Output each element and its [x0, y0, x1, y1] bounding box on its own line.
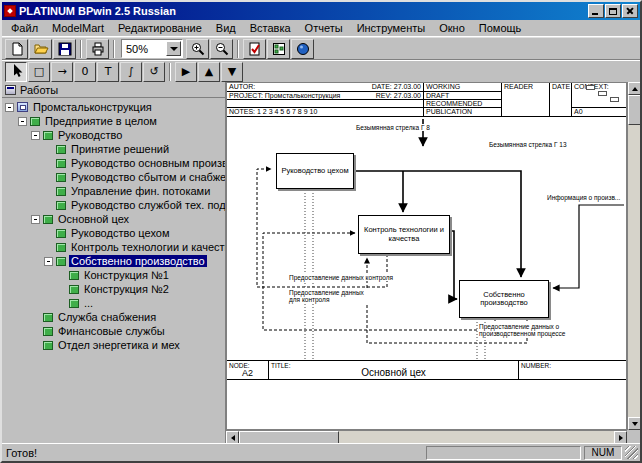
tree-expander-icon[interactable] — [18, 117, 27, 126]
tree-item[interactable]: Управление фин. потоками — [2, 184, 225, 198]
menu-item-help[interactable]: Помощь — [472, 21, 529, 35]
tree-item[interactable]: Конструкция №2 — [2, 282, 225, 296]
menu-item-tools[interactable]: Инструменты — [350, 21, 433, 35]
arrow-label[interactable]: Предоставление данных для контроля — [289, 289, 371, 303]
tree-item[interactable]: Руководство сбытом и снабжением — [2, 170, 225, 184]
tree-item-label: Отдел энергетика и мех — [56, 339, 182, 351]
modelmart-button[interactable] — [291, 39, 314, 59]
zoom-out-button[interactable] — [210, 39, 233, 59]
model-explorer-panel: Работы ПромстальконструкцияПредприятие в… — [2, 82, 226, 443]
maximize-button[interactable] — [605, 4, 621, 18]
arrow-label[interactable]: Предоставление данных контроля — [289, 274, 401, 281]
tree-expander-icon[interactable] — [31, 215, 40, 224]
scroll-up-button[interactable] — [628, 82, 640, 95]
tree-item[interactable]: Предприятие в целом — [2, 114, 225, 128]
squiggle-tool-button[interactable]: ∫ — [120, 62, 142, 82]
text-tool-button[interactable]: T — [97, 62, 119, 82]
title-bar[interactable]: PLATINUM BPwin 2.5 Russian — [2, 2, 640, 20]
tree-item[interactable]: Руководство основным производством — [2, 156, 225, 170]
close-button[interactable] — [622, 4, 638, 18]
works-icon — [5, 85, 16, 95]
tree-item[interactable]: Руководство — [2, 128, 225, 142]
node-value: A2 — [227, 368, 268, 378]
status-message: Готов! — [6, 447, 423, 459]
triangle-right-icon — [619, 435, 623, 441]
menu-item-edit[interactable]: Редактирование — [111, 21, 209, 35]
app-window: PLATINUM BPwin 2.5 Russian ФайлModelMart… — [0, 0, 642, 463]
activity-box-label: Руководство цехом — [281, 167, 348, 176]
menu-item-view[interactable]: Вид — [209, 21, 243, 35]
scroll-down-button[interactable] — [628, 417, 640, 430]
arrow-label[interactable]: Безымянная стрелка Г 13 — [489, 141, 573, 148]
tree-item[interactable]: ... — [2, 296, 225, 310]
menu-item-reports[interactable]: Отчеты — [298, 21, 350, 35]
tree-item[interactable]: Принятие решений — [2, 142, 225, 156]
zoom-select[interactable]: 50% — [121, 39, 183, 58]
tree-expander-icon[interactable] — [44, 257, 53, 266]
zoom-value: 50% — [122, 43, 166, 55]
print-button[interactable] — [86, 39, 109, 59]
menu-item-modelmart[interactable]: ModelMart — [45, 21, 111, 35]
menu-item-window[interactable]: Окно — [432, 21, 472, 35]
diagram-sheet[interactable]: AUTOR: DATE: 27.03.00 WORKING READER DAT… — [226, 82, 627, 430]
minimize-button[interactable] — [588, 4, 604, 18]
open-file-button[interactable] — [29, 39, 52, 59]
minimize-icon — [592, 13, 598, 15]
tree-expander-icon[interactable] — [31, 131, 40, 140]
triangle-left-icon — [231, 435, 235, 441]
tree-item[interactable]: Собственно производство — [2, 254, 225, 268]
zoom-dropdown-button[interactable] — [166, 41, 181, 56]
tree-item[interactable]: Контроль технологии и качества — [2, 240, 225, 254]
zoom-in-button[interactable] — [186, 39, 209, 59]
menu-item-file[interactable]: Файл — [4, 21, 45, 35]
check-model-button[interactable] — [243, 39, 266, 59]
tree-item[interactable]: Служба снабжения — [2, 310, 225, 324]
modelmart-globe-icon — [295, 41, 311, 57]
arrow-label[interactable]: Предоставление данных о производственном… — [479, 323, 567, 337]
activity-icon — [69, 285, 79, 294]
new-file-button[interactable] — [5, 39, 28, 59]
nav-sibling-button[interactable]: ▶ — [175, 62, 197, 82]
tree-item-label: Конструкция №1 — [82, 269, 171, 281]
tree-expander-icon[interactable] — [5, 103, 14, 112]
tree-item[interactable]: Руководство службой тех. поддержки — [2, 198, 225, 212]
app-icon[interactable] — [4, 5, 16, 17]
maximize-icon — [609, 8, 617, 15]
tree-item[interactable]: Руководство цехом — [2, 226, 225, 240]
arrow-label[interactable]: Безымянная стрелка Г 8 — [356, 124, 436, 131]
nav-parent-button[interactable]: ▲ — [198, 62, 220, 82]
resize-grip[interactable] — [625, 446, 638, 459]
icom-code-tool-button[interactable]: 0 — [74, 62, 96, 82]
pointer-icon — [9, 63, 24, 80]
pointer-tool-button[interactable] — [5, 62, 27, 82]
activity-icon — [56, 159, 66, 168]
activity-box-tool-button[interactable]: □ — [28, 62, 50, 82]
horizontal-scrollbar[interactable] — [226, 430, 627, 443]
arrow-label[interactable]: Информация о произв... — [547, 194, 623, 201]
vertical-scroll-thumb[interactable] — [628, 95, 640, 125]
scroll-right-button[interactable] — [614, 431, 627, 443]
scroll-left-button[interactable] — [226, 431, 239, 443]
activity-box-kontrol-kachestva[interactable]: Контроль технологии и качества — [358, 215, 450, 254]
tree-item-label: Служба снабжения — [56, 311, 158, 323]
menu-item-insert[interactable]: Вставка — [243, 21, 298, 35]
tree-item[interactable]: Финансовые службы — [2, 324, 225, 338]
tree-item[interactable]: Конструкция №1 — [2, 268, 225, 282]
toolbar-separator — [80, 40, 82, 58]
activity-icon — [56, 201, 66, 210]
activity-box-sobstvenno-proizvodstvo[interactable]: Собственно производство — [459, 280, 549, 318]
arrow-tool-button[interactable]: → — [51, 62, 73, 82]
toolbar-separator — [169, 63, 171, 81]
tree-item[interactable]: Отдел энергетика и мех — [2, 338, 225, 352]
save-button[interactable] — [53, 39, 76, 59]
vertical-scrollbar[interactable] — [627, 82, 640, 430]
tree-item-label: ... — [82, 297, 95, 309]
model-explorer-button[interactable] — [267, 39, 290, 59]
turn-arrow-tool-button[interactable]: ↺ — [143, 62, 165, 82]
tree-item[interactable]: Основной цех — [2, 212, 225, 226]
tree-item[interactable]: Промстальконструкция — [2, 100, 225, 114]
horizontal-scroll-thumb[interactable] — [239, 431, 339, 443]
nav-child-button[interactable]: ▼ — [221, 62, 243, 82]
tree-item-label: Руководство цехом — [69, 227, 171, 239]
activity-box-rukovodstvo-cehom[interactable]: Руководство цехом — [276, 153, 354, 189]
